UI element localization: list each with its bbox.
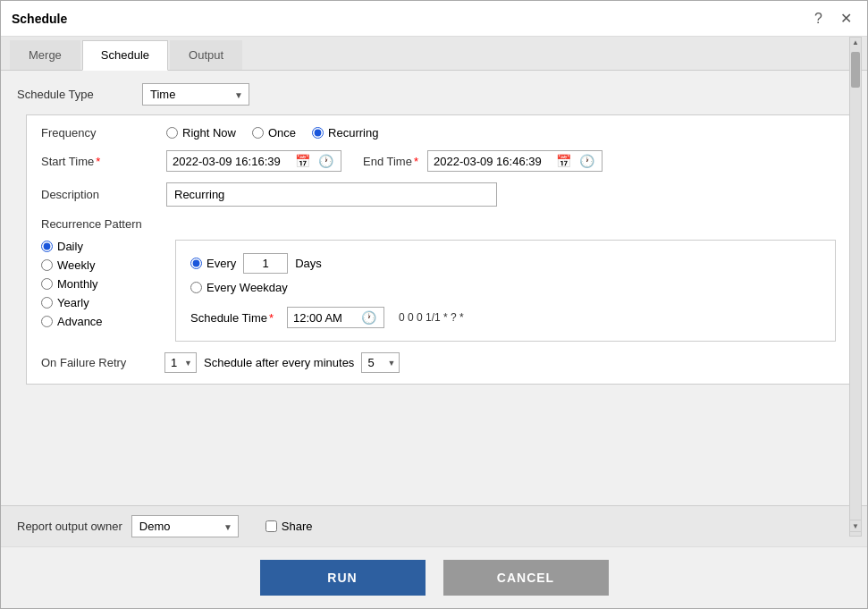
tab-merge[interactable]: Merge [10,40,80,70]
daily-weekday[interactable]: Every Weekday [190,281,288,294]
close-button[interactable]: ✕ [836,8,856,29]
on-failure-row: On Failure Retry 1 2 3 Schedule after ev… [41,352,836,373]
end-time-label: End Time* [363,155,418,168]
footer-bar: Report output owner Demo Share [1,505,867,546]
freq-recurring-radio[interactable] [312,127,324,139]
freq-once-radio[interactable] [252,127,264,139]
tab-schedule[interactable]: Schedule [82,40,168,71]
title-bar: Schedule ? ✕ [1,1,867,37]
scroll-up-arrow[interactable]: ▲ [852,38,859,48]
recur-yearly-label: Yearly [57,296,89,309]
tab-output[interactable]: Output [170,40,242,70]
schedule-time-row: Schedule Time* 🕐 0 0 0 1/1 * ? * [190,307,821,328]
end-time-input[interactable] [434,155,550,168]
frequency-row: Frequency Right Now Once Recurring [41,126,836,140]
recur-monthly-label: Monthly [57,277,98,291]
start-time-input[interactable] [173,155,289,168]
freq-recurring-label: Recurring [328,126,378,140]
on-failure-select-wrapper: 1 2 3 [164,352,197,373]
share-label: Share [282,520,313,533]
recur-monthly[interactable]: Monthly [41,277,166,291]
daily-row-weekday: Every Weekday [190,281,821,294]
recurrence-label: Recurrence Pattern [41,217,836,231]
schedule-dialog: Schedule ? ✕ Merge Schedule Output Sched… [0,0,868,609]
end-time-clock-icon[interactable]: 🕐 [577,154,596,168]
recurrence-body: Daily Weekly Monthly Yearly [41,240,836,342]
on-failure-select[interactable]: 1 2 3 [164,352,197,373]
scrollbar[interactable]: ▲ [849,37,862,537]
schedule-type-row: Schedule Type Time [17,83,851,106]
recur-daily[interactable]: Daily [41,240,166,253]
scroll-down-arrow[interactable]: ▼ [849,520,862,532]
main-content: Schedule Type Time Frequency Right Now [1,71,867,505]
end-time-calendar-icon[interactable]: 📅 [554,154,573,168]
start-time-label: Start Time* [41,155,157,168]
schedule-time-label: Schedule Time* [190,311,280,325]
cron-expression: 0 0 0 1/1 * ? * [399,311,464,324]
title-bar-controls: ? ✕ [810,8,856,29]
schedule-inner-box: Frequency Right Now Once Recurring [26,114,851,385]
recurrence-left: Daily Weekly Monthly Yearly [41,240,175,342]
owner-select[interactable]: Demo [131,515,239,537]
recur-advance[interactable]: Advance [41,315,166,328]
on-failure-label: On Failure Retry [41,356,157,369]
every-days-input[interactable] [243,253,288,274]
schedule-time-clock-icon[interactable]: 🕐 [359,310,378,325]
start-time-calendar-icon[interactable]: 📅 [293,154,312,168]
failure-after-label: Schedule after every minutes [204,356,354,369]
recur-advance-radio[interactable] [41,316,53,327]
dialog-title: Schedule [12,12,67,26]
recur-weekly-label: Weekly [57,258,95,272]
end-time-input-wrapper: 📅 🕐 [427,150,603,172]
owner-label: Report output owner [17,520,122,533]
daily-row-every: Every Days [190,253,821,274]
daily-weekday-label: Every Weekday [206,281,288,294]
freq-once-label: Once [268,126,296,140]
recurrence-section: Recurrence Pattern Daily Weekly [41,217,836,342]
recur-weekly-radio[interactable] [41,259,53,271]
action-buttons: RUN CANCEL [1,546,867,608]
time-row: Start Time* 📅 🕐 End Time* 📅 🕐 [41,150,836,172]
scroll-thumb[interactable] [851,52,860,88]
recur-yearly-radio[interactable] [41,297,53,309]
recur-advance-label: Advance [57,315,103,328]
daily-weekday-radio[interactable] [190,282,202,293]
daily-every[interactable]: Every [190,257,236,270]
freq-once[interactable]: Once [252,126,296,140]
recur-weekly[interactable]: Weekly [41,258,166,272]
run-button[interactable]: RUN [260,560,426,596]
start-time-input-wrapper: 📅 🕐 [166,150,341,172]
daily-options: Every Days Every Weekday [190,253,821,294]
frequency-radio-group: Right Now Once Recurring [166,126,378,140]
tabs-bar: Merge Schedule Output [1,37,867,71]
share-checkbox-wrapper: Share [265,520,313,533]
freq-recurring[interactable]: Recurring [312,126,378,140]
help-button[interactable]: ? [810,9,827,29]
freq-right-now[interactable]: Right Now [166,126,236,140]
days-label: Days [295,257,322,270]
share-checkbox[interactable] [265,520,277,532]
owner-select-wrapper: Demo [131,515,239,537]
schedule-type-select[interactable]: Time [142,83,249,106]
description-input[interactable] [166,182,497,207]
cancel-button[interactable]: CANCEL [443,560,609,596]
freq-right-now-radio[interactable] [166,127,178,139]
recurrence-right: Every Days Every Weekday [175,240,836,342]
recur-yearly[interactable]: Yearly [41,296,166,309]
description-label: Description [41,188,157,201]
frequency-label: Frequency [41,126,157,140]
failure-minutes-select-wrapper: 5 1 2 10 [361,352,400,373]
failure-minutes-select[interactable]: 5 1 2 10 [361,352,400,373]
schedule-type-label: Schedule Type [17,88,133,101]
schedule-type-select-wrapper: Time [142,83,249,106]
freq-right-now-label: Right Now [182,126,236,140]
start-time-clock-icon[interactable]: 🕐 [316,154,335,168]
recur-daily-radio[interactable] [41,241,53,252]
recur-monthly-radio[interactable] [41,278,53,290]
daily-every-radio[interactable] [190,258,202,269]
daily-every-label: Every [206,257,236,270]
schedule-time-input-wrapper: 🕐 [287,307,384,328]
schedule-time-input[interactable] [293,311,356,325]
recur-daily-label: Daily [57,240,83,253]
description-row: Description [41,182,836,207]
